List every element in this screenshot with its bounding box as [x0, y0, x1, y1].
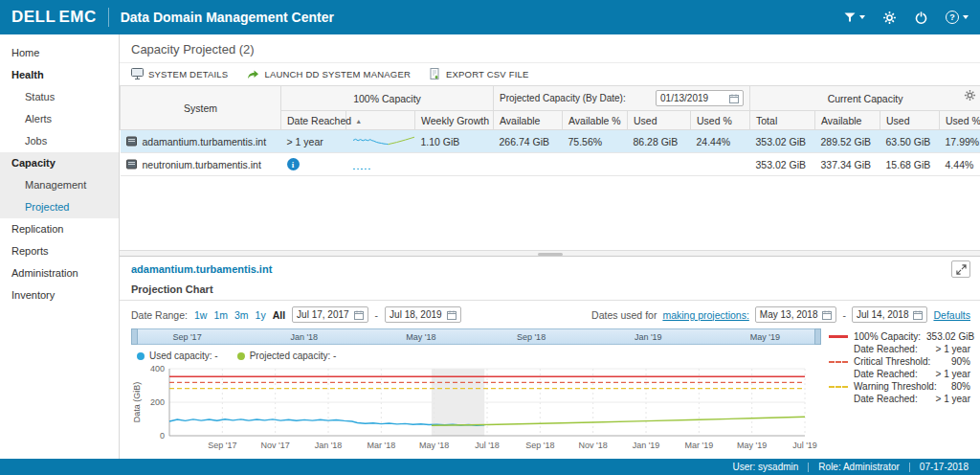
defaults-link[interactable]: Defaults [933, 309, 970, 321]
panel-splitter-handle[interactable] [120, 250, 980, 257]
selected-system-link[interactable]: adamantium.turbamentis.int [131, 263, 272, 275]
status-date: 07-17-2018 [920, 462, 969, 472]
range-1y-link[interactable]: 1y [256, 309, 266, 321]
capacity-sparkline [352, 134, 415, 149]
projection-to-input[interactable]: Jul 14, 2018 [852, 306, 928, 323]
sidebar-item-reports[interactable]: Reports [0, 240, 119, 262]
sidebar-item-health[interactable]: Health [0, 64, 119, 86]
col-header-weekly-growth[interactable]: Weekly Growth [415, 111, 494, 130]
col-header-available[interactable]: Available [815, 111, 880, 130]
cell-weekly-growth [415, 153, 494, 176]
app-title: Data Domain Management Center [121, 10, 334, 25]
sidebar-group-capacity: Capacity Management Projected [0, 152, 119, 218]
info-icon[interactable] [287, 158, 300, 170]
logo-dell: DELL [11, 8, 56, 26]
range-to-input[interactable]: Jul 18, 2019 [385, 306, 461, 323]
col-header-system[interactable]: System [121, 86, 281, 130]
timeline-scrubber[interactable]: Sep '17 Jan '18 May '18 Sep '18 Jan '19 … [131, 328, 821, 345]
toolbar: SYSTEM DETAILS LAUNCH DD SYSTEM MANAGER … [120, 63, 980, 85]
launch-arrow-icon [247, 69, 259, 79]
col-header-total[interactable]: Total [750, 111, 815, 130]
calendar-icon [729, 94, 739, 103]
help-question-icon [946, 11, 959, 24]
table-empty-area [120, 176, 980, 250]
export-csv-button[interactable]: EXPORT CSV FILE [430, 68, 529, 79]
group-header-100-capacity: 100% Capacity [281, 86, 494, 111]
threshold-legend: 100% Capacity:353.02 GiB Date Reached:> … [821, 328, 974, 459]
calendar-icon [913, 310, 923, 320]
header-icons [844, 11, 969, 25]
range-3m-link[interactable]: 3m [234, 309, 249, 321]
logo-emc: EMC [58, 8, 96, 26]
timeline-right-handle[interactable] [814, 328, 821, 345]
timeline-label: Jan '18 [290, 332, 318, 342]
col-header-used[interactable]: Used [880, 111, 940, 130]
col-header-proj-used-pct[interactable]: Used % [691, 111, 750, 130]
sidebar-item-capacity[interactable]: Capacity [0, 152, 119, 174]
cell-used-pct: 4.44% [940, 153, 980, 176]
status-role: Role: Administrator [818, 462, 899, 472]
sidebar-item-administration[interactable]: Administration [0, 262, 119, 284]
range-1m-link[interactable]: 1m [213, 309, 228, 321]
server-icon [126, 136, 137, 147]
range-1w-link[interactable]: 1w [194, 309, 207, 321]
filter-icon[interactable] [844, 12, 865, 22]
calendar-icon [822, 310, 832, 320]
timeline-left-handle[interactable] [131, 328, 138, 345]
settings-gear-icon[interactable] [882, 11, 897, 25]
range-from-input[interactable]: Jul 17, 2017 [292, 306, 368, 323]
timeline-label: Sep '18 [517, 332, 546, 342]
chart-controls: Date Range: 1w 1m 3m 1y All Jul 17, 2017… [120, 301, 980, 327]
sidebar-item-alerts[interactable]: Alerts [0, 108, 119, 130]
sidebar-item-jobs[interactable]: Jobs [0, 130, 119, 152]
power-icon[interactable] [914, 11, 928, 25]
app-header: DELLEMC Data Domain Management Center [0, 0, 980, 34]
status-divider [909, 463, 910, 472]
sidebar-item-inventory[interactable]: Inventory [0, 284, 119, 306]
sidebar-item-management[interactable]: Management [0, 174, 119, 196]
col-header-proj-used[interactable]: Used [628, 111, 691, 130]
projection-dates-controls: Dates used for making projections: May 1… [591, 306, 970, 323]
cell-proj-available-pct: 75.56% [563, 130, 628, 153]
projection-from-input[interactable]: May 13, 2018 [755, 306, 837, 323]
sidebar-item-projected[interactable]: Projected [0, 196, 119, 218]
chart-region: Sep '17 Jan '18 May '18 Sep '18 Jan '19 … [120, 327, 980, 459]
page: DELLEMC Data Domain Management Center Ho… [0, 0, 980, 475]
page-title: Capacity Projected (2) [120, 34, 980, 63]
expand-arrows-icon [956, 264, 967, 275]
cell-trend [346, 130, 415, 153]
svg-text:Sep '17: Sep '17 [208, 441, 236, 450]
cell-date-reached: > 1 year [281, 130, 346, 153]
col-header-proj-available[interactable]: Available [494, 111, 563, 130]
sidebar-item-replication[interactable]: Replication [0, 218, 119, 240]
table-row-neutronium[interactable]: neutronium.turbamentis.int 353.02 GiB 33… [121, 153, 980, 176]
sidebar-item-home[interactable]: Home [0, 42, 119, 64]
cell-proj-used-pct: 24.44% [691, 130, 750, 153]
table-row-adamantium[interactable]: adamantium.turbamentis.int > 1 year 1.10… [121, 130, 980, 153]
cell-date-reached [281, 153, 346, 176]
svg-text:Nov '17: Nov '17 [261, 441, 290, 450]
cell-proj-available-pct [563, 153, 628, 176]
column-settings-gear-icon[interactable] [964, 89, 976, 103]
timeline-label: May '18 [406, 332, 435, 342]
sidebar-item-status[interactable]: Status [0, 86, 119, 108]
cell-proj-available: 266.74 GiB [494, 130, 563, 153]
range-all-link[interactable]: All [273, 309, 285, 321]
used-capacity-legend-label: Used capacity: - [149, 351, 218, 361]
col-header-proj-available-pct[interactable]: Available % [563, 111, 628, 130]
col-header-date-reached[interactable]: Date Reached [281, 111, 346, 130]
range-separator: - [375, 309, 379, 321]
col-header-used-pct[interactable]: Used % [940, 111, 980, 130]
help-icon[interactable] [946, 11, 969, 24]
making-projections-link[interactable]: making projections: [662, 309, 748, 321]
system-details-button[interactable]: SYSTEM DETAILS [131, 68, 228, 79]
launch-dd-system-manager-button[interactable]: LAUNCH DD SYSTEM MANAGER [247, 69, 411, 79]
export-file-icon [430, 68, 441, 79]
expand-panel-button[interactable] [951, 260, 970, 278]
dates-used-for-label: Dates used for [591, 309, 657, 321]
group-header-current-capacity: Current Capacity [750, 86, 980, 111]
projection-range-separator: - [842, 309, 846, 321]
projected-date-input[interactable]: 01/13/2019 [656, 90, 744, 106]
series-legend: Used capacity: - Projected capacity: - [131, 349, 821, 363]
cell-available: 289.52 GiB [815, 130, 880, 153]
